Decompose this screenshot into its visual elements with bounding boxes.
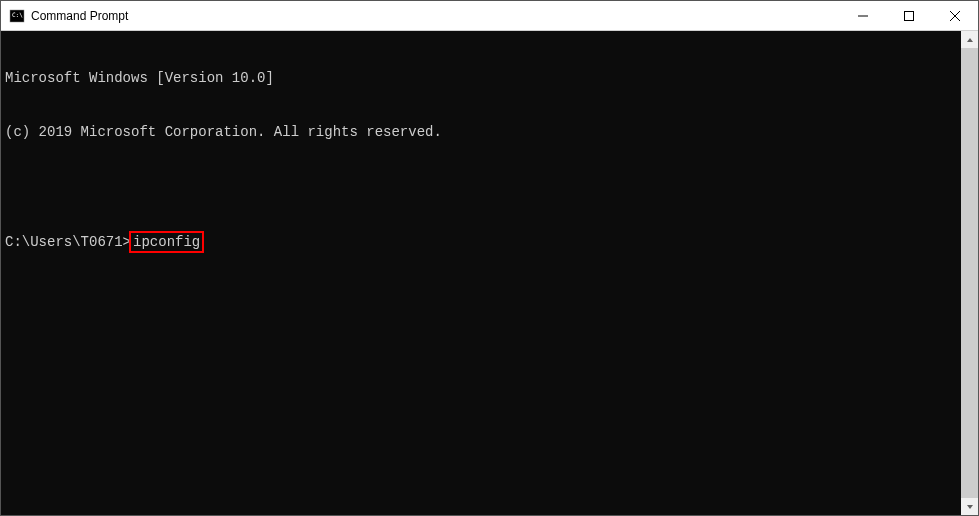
svg-text:C:\: C:\: [12, 11, 23, 18]
scroll-down-button[interactable]: [961, 498, 978, 515]
svg-marker-6: [967, 38, 973, 42]
window-title: Command Prompt: [31, 9, 840, 23]
terminal-line: (c) 2019 Microsoft Corporation. All righ…: [5, 123, 957, 141]
close-button[interactable]: [932, 1, 978, 30]
svg-rect-3: [905, 11, 914, 20]
terminal-line: [5, 177, 957, 195]
scroll-track[interactable]: [961, 48, 978, 498]
maximize-button[interactable]: [886, 1, 932, 30]
terminal-line: Microsoft Windows [Version 10.0]: [5, 69, 957, 87]
titlebar[interactable]: C:\ Command Prompt: [1, 1, 978, 31]
prompt-text: C:\Users\T0671>: [5, 234, 131, 250]
window-controls: [840, 1, 978, 30]
svg-marker-7: [967, 505, 973, 509]
command-prompt-window: C:\ Command Prompt Microsoft Windows [Ve…: [0, 0, 979, 516]
command-highlight: ipconfig: [129, 231, 204, 253]
terminal-output[interactable]: Microsoft Windows [Version 10.0] (c) 201…: [1, 31, 961, 515]
terminal-prompt-line: C:\Users\T0671>ipconfig: [5, 231, 957, 253]
command-text: ipconfig: [133, 234, 200, 250]
scroll-up-button[interactable]: [961, 31, 978, 48]
scroll-thumb[interactable]: [961, 48, 978, 498]
app-icon: C:\: [9, 8, 25, 24]
vertical-scrollbar[interactable]: [961, 31, 978, 515]
minimize-button[interactable]: [840, 1, 886, 30]
content-area: Microsoft Windows [Version 10.0] (c) 201…: [1, 31, 978, 515]
